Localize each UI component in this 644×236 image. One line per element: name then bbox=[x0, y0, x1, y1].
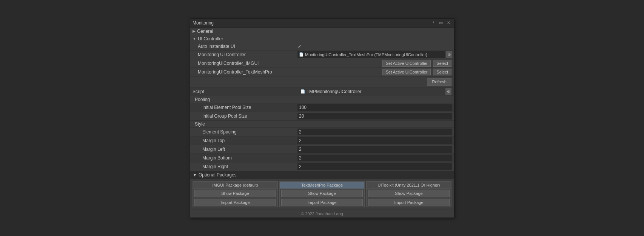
margin-right-label: Margin Right bbox=[190, 163, 296, 170]
package-card-textmeshpro: TextMeshPro PackageShow PackageImport Pa… bbox=[279, 181, 365, 207]
margin-left-label: Margin Left bbox=[190, 146, 296, 153]
import-package-btn-textmeshpro[interactable]: Import Package bbox=[281, 199, 363, 206]
script-file-icon: 📄 bbox=[300, 89, 305, 93]
monitoring-controller-label: Monitoring UI Controller bbox=[190, 51, 296, 58]
panel-titlebar: Monitoring ⋮ ▭ ✕ bbox=[190, 19, 454, 28]
import-package-btn-uitoolkit[interactable]: Import Package bbox=[368, 199, 450, 206]
general-arrow-icon: ▶ bbox=[193, 29, 196, 33]
initial-group-pool-input[interactable] bbox=[297, 113, 452, 120]
margin-top-value-container bbox=[296, 136, 454, 145]
refresh-row: Refresh bbox=[190, 77, 454, 87]
package-title-textmeshpro: TextMeshPro Package bbox=[280, 182, 364, 189]
package-card-imgui: IMGUI Package (default)Show PackageImpor… bbox=[193, 181, 278, 207]
panel-title: Monitoring bbox=[193, 20, 214, 26]
margin-left-row: Margin Left bbox=[190, 145, 454, 154]
auto-instantiate-value: ✓ bbox=[296, 43, 454, 50]
style-label: Style bbox=[195, 121, 205, 127]
element-spacing-input[interactable] bbox=[297, 129, 452, 135]
initial-element-pool-row: Initial Element Pool Size bbox=[190, 103, 454, 112]
controller-tmp-row: MonitoringUIController_TextMeshPro Set A… bbox=[190, 68, 454, 77]
package-card-uitoolkit: UIToolkit (Unity 2021.1 Or Higher)Show P… bbox=[366, 181, 451, 207]
package-title-imgui: IMGUI Package (default) bbox=[193, 182, 277, 189]
margin-bottom-input[interactable] bbox=[297, 155, 452, 161]
general-section-header[interactable]: ▶ General bbox=[190, 28, 454, 35]
set-active-imgui-button[interactable]: Set Active UIController bbox=[382, 60, 431, 67]
margin-bottom-row: Margin Bottom bbox=[190, 154, 454, 162]
close-icon[interactable]: ✕ bbox=[445, 20, 451, 26]
ui-controller-section-header[interactable]: ▼ UI Controller bbox=[190, 35, 454, 43]
style-header: Style bbox=[190, 121, 454, 128]
initial-group-pool-row: Initial Group Pool Size bbox=[190, 112, 454, 121]
titlebar-icons: ⋮ ▭ ✕ bbox=[430, 20, 451, 26]
show-package-btn-imgui[interactable]: Show Package bbox=[194, 190, 276, 197]
initial-element-pool-input[interactable] bbox=[297, 104, 452, 111]
select-imgui-button[interactable]: Select bbox=[433, 60, 451, 67]
monitoring-controller-row: Monitoring UI Controller 📄 MonitoringUIC… bbox=[190, 51, 454, 59]
script-icon: 📄 bbox=[299, 52, 304, 57]
auto-instantiate-label: Auto Instantiate UI bbox=[190, 43, 296, 50]
script-row: Script 📄 TMPMonitoringUIController ⊙ bbox=[190, 87, 454, 96]
maximize-icon[interactable]: ▭ bbox=[438, 20, 444, 26]
script-target-btn[interactable]: ⊙ bbox=[445, 88, 451, 95]
package-title-uitoolkit: UIToolkit (Unity 2021.1 Or Higher) bbox=[367, 182, 451, 189]
element-spacing-row: Element Spacing bbox=[190, 128, 454, 136]
monitoring-controller-target-btn[interactable]: ⊙ bbox=[446, 51, 452, 58]
margin-bottom-label: Margin Bottom bbox=[190, 155, 296, 161]
auto-instantiate-row: Auto Instantiate UI ✓ bbox=[190, 43, 454, 51]
margin-right-row: Margin Right bbox=[190, 162, 454, 171]
controller-imgui-name: MonitoringUIController_IMGUI bbox=[198, 61, 380, 66]
margin-right-value-container bbox=[296, 162, 454, 171]
show-package-btn-textmeshpro[interactable]: Show Package bbox=[281, 190, 363, 197]
show-package-btn-uitoolkit[interactable]: Show Package bbox=[368, 190, 450, 197]
panel-content: ▶ General ▼ UI Controller Auto Instantia… bbox=[190, 28, 454, 218]
margin-left-input[interactable] bbox=[297, 146, 452, 153]
element-spacing-label: Element Spacing bbox=[190, 129, 296, 135]
controller-imgui-row: MonitoringUIController_IMGUI Set Active … bbox=[190, 59, 454, 68]
monitoring-panel: Monitoring ⋮ ▭ ✕ ▶ General ▼ UI Controll… bbox=[190, 18, 454, 218]
set-active-tmp-button[interactable]: Set Active UIController bbox=[382, 69, 431, 75]
menu-icon[interactable]: ⋮ bbox=[430, 20, 436, 26]
optional-packages-arrow-icon: ▼ bbox=[193, 172, 197, 178]
initial-element-pool-value-container bbox=[296, 103, 454, 112]
margin-bottom-value-container bbox=[296, 154, 454, 162]
monitoring-controller-value: MonitoringUIController_TextMeshPro (TMPM… bbox=[305, 52, 427, 57]
import-package-btn-imgui[interactable]: Import Package bbox=[194, 199, 276, 206]
ui-controller-arrow-icon: ▼ bbox=[193, 37, 196, 41]
select-tmp-button[interactable]: Select bbox=[433, 69, 451, 75]
script-value-text: TMPMonitoringUIController bbox=[307, 89, 361, 94]
auto-instantiate-checkbox[interactable]: ✓ bbox=[297, 43, 302, 49]
element-spacing-value-container bbox=[296, 128, 454, 136]
margin-top-input[interactable] bbox=[297, 137, 452, 144]
margin-top-row: Margin Top bbox=[190, 136, 454, 145]
margin-top-label: Margin Top bbox=[190, 137, 296, 144]
ui-controller-label: UI Controller bbox=[198, 36, 223, 41]
monitoring-controller-field[interactable]: 📄 MonitoringUIController_TextMeshPro (TM… bbox=[297, 51, 445, 58]
pooling-header: Pooling bbox=[190, 96, 454, 103]
script-label: Script bbox=[193, 89, 298, 94]
copyright: © 2022 Jonathan Lang bbox=[190, 210, 454, 218]
general-label: General bbox=[197, 29, 213, 34]
controller-tmp-name: MonitoringUIController_TextMeshPro bbox=[198, 69, 380, 75]
initial-group-pool-label: Initial Group Pool Size bbox=[190, 113, 296, 120]
optional-packages-label: Optional Packages bbox=[199, 172, 237, 178]
optional-packages-header[interactable]: ▼ Optional Packages bbox=[190, 171, 454, 179]
margin-right-input[interactable] bbox=[297, 163, 452, 170]
initial-group-pool-value-container bbox=[296, 112, 454, 120]
script-value: 📄 TMPMonitoringUIController bbox=[300, 89, 443, 94]
initial-element-pool-label: Initial Element Pool Size bbox=[190, 104, 296, 111]
pooling-label: Pooling bbox=[195, 97, 210, 102]
refresh-button[interactable]: Refresh bbox=[427, 78, 451, 86]
margin-left-value-container bbox=[296, 145, 454, 153]
packages-grid: IMGUI Package (default)Show PackageImpor… bbox=[190, 179, 454, 210]
